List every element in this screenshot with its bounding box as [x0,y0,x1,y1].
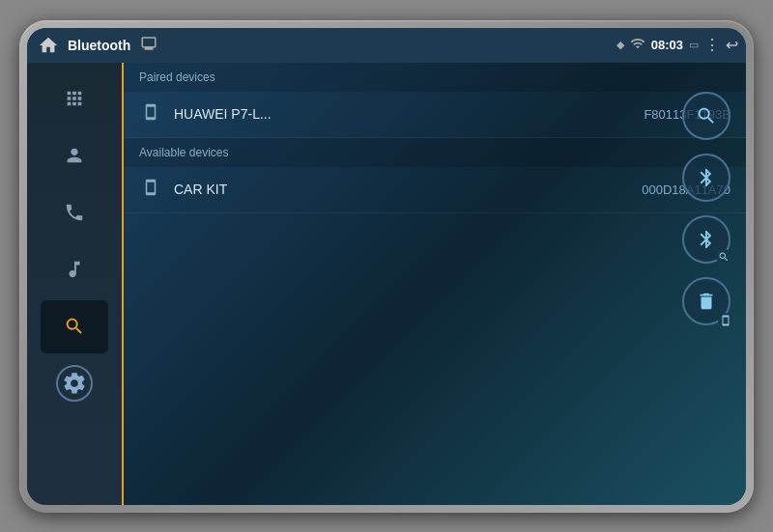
bluetooth-settings-button[interactable] [682,215,730,264]
bluetooth-connect-button[interactable] [682,154,730,202]
home-button[interactable] [35,32,62,59]
sidebar-item-settings[interactable] [41,357,108,410]
paired-device-name: HUAWEI P7-L... [174,106,632,122]
right-icons: ◆ 08:03 ▭ ⋮ ↩ [616,36,738,54]
title-area: Bluetooth [62,35,616,55]
battery-icon: ▭ [689,39,699,51]
sidebar-item-phone[interactable] [41,186,108,239]
content-area: Paired devices HUAWEI P7-L... F80113F119… [124,63,746,505]
available-devices-header: Available devices [124,138,746,167]
sidebar-item-contacts[interactable] [41,129,108,182]
paired-device-row[interactable]: HUAWEI P7-L... F80113F1193B [124,92,746,138]
sidebar-item-search[interactable] [41,300,108,353]
status-bar: Bluetooth ◆ 08:03 ▭ ⋮ ↩ [27,28,746,63]
device-shell: Bluetooth ◆ 08:03 ▭ ⋮ ↩ [19,20,754,513]
screen-icon [140,35,157,55]
location-icon: ◆ [616,39,624,51]
wifi-icon [630,36,645,54]
device-list: Paired devices HUAWEI P7-L... F80113F119… [124,63,746,505]
available-device-icon [139,179,162,201]
paired-devices-header: Paired devices [124,63,746,92]
screen: Bluetooth ◆ 08:03 ▭ ⋮ ↩ [27,28,746,505]
clock: 08:03 [651,38,683,52]
back-icon[interactable]: ↩ [726,36,738,54]
sidebar-item-apps[interactable] [41,72,108,126]
paired-device-icon [139,103,162,126]
action-buttons [682,92,730,325]
available-device-name: CAR KIT [174,182,630,197]
search-button[interactable] [682,92,730,140]
page-title: Bluetooth [68,38,130,53]
sidebar-item-music[interactable] [41,243,108,296]
main-area: Paired devices HUAWEI P7-L... F80113F119… [27,63,746,505]
available-device-row[interactable]: CAR KIT 000D18A11A70 [124,167,746,213]
sidebar [27,63,124,505]
more-icon[interactable]: ⋮ [704,36,720,54]
